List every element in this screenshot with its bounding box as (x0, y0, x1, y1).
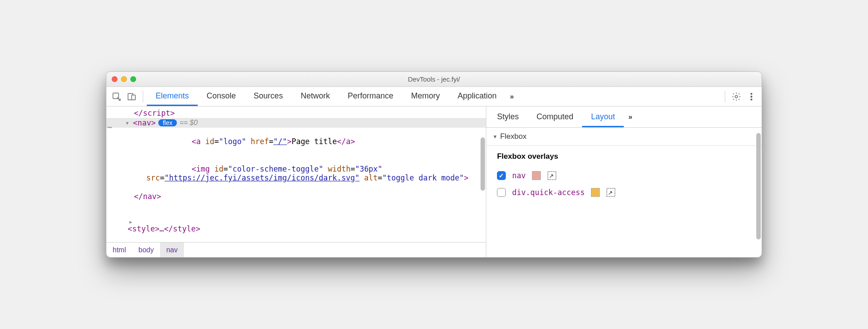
tab-network[interactable]: Network (292, 87, 339, 106)
titlebar: DevTools - jec.fyi/ (106, 72, 762, 87)
scrollbar-thumb[interactable] (481, 137, 485, 191)
tab-computed[interactable]: Computed (528, 107, 582, 127)
svg-point-5 (751, 96, 752, 97)
flexbox-section-header[interactable]: ▼ Flexbox (486, 128, 762, 146)
collapse-icon[interactable] (124, 121, 130, 125)
crumb-html[interactable]: html (106, 243, 132, 257)
sidebar-tabs: Styles Computed Layout » (486, 106, 762, 128)
inspect-icon[interactable] (109, 89, 124, 104)
tab-layout[interactable]: Layout (582, 107, 624, 127)
more-tabs-icon[interactable]: » (505, 93, 518, 101)
svg-rect-2 (132, 95, 135, 100)
dom-node-script-close[interactable]: </script> (106, 108, 486, 118)
main-toolbar: Elements Console Sources Network Perform… (106, 87, 762, 106)
flexbox-overlays: Flexbox overlays nav div.quick-access (486, 146, 762, 207)
dom-node-nav-selected[interactable]: <nav> flex == $0 (106, 118, 486, 128)
flex-badge[interactable]: flex (158, 119, 177, 126)
console-reference: == $0 (180, 119, 198, 127)
device-toggle-icon[interactable] (124, 89, 139, 104)
tab-memory[interactable]: Memory (402, 87, 449, 106)
overlay-checkbox[interactable] (497, 171, 506, 180)
tab-elements[interactable]: Elements (147, 87, 198, 106)
overlay-row-nav: nav (497, 167, 751, 184)
section-title: Flexbox (500, 132, 527, 141)
svg-point-6 (751, 98, 752, 100)
kebab-menu-icon[interactable] (744, 89, 759, 104)
overlay-row-quickaccess: div.quick-access (497, 184, 751, 201)
window-title: DevTools - jec.fyi/ (106, 75, 762, 83)
svg-point-4 (751, 93, 752, 94)
tab-sources[interactable]: Sources (245, 87, 292, 106)
dom-node-nav-close[interactable]: </nav> (106, 192, 486, 201)
dom-node-a[interactable]: <a id="logo" href="/">Page title</a> (106, 128, 486, 155)
sidebar-panel: Styles Computed Layout » ▼ Flexbox Flexb… (486, 106, 762, 257)
settings-icon[interactable] (729, 89, 744, 104)
crumb-body[interactable]: body (132, 243, 160, 257)
dom-node-img[interactable]: <img id="color-scheme-toggle" width="36p… (106, 155, 486, 192)
overlays-heading: Flexbox overlays (497, 152, 751, 161)
overlay-options-icon[interactable] (606, 188, 616, 197)
breadcrumb: html body nav (106, 242, 486, 257)
overlay-label[interactable]: div.quick-access (512, 188, 585, 197)
overlay-checkbox[interactable] (497, 188, 506, 197)
divider (725, 91, 725, 102)
tab-styles[interactable]: Styles (488, 107, 528, 127)
tab-application[interactable]: Application (449, 87, 505, 106)
more-sidebar-tabs-icon[interactable]: » (624, 113, 637, 121)
tab-console[interactable]: Console (198, 87, 245, 106)
tab-performance[interactable]: Performance (339, 87, 402, 106)
elements-panel: ⋯ </script> <nav> flex == $0 <a id="logo… (106, 106, 486, 257)
svg-point-3 (735, 95, 738, 98)
panel-tabs: Elements Console Sources Network Perform… (147, 87, 505, 106)
panel-body: ⋯ </script> <nav> flex == $0 <a id="logo… (106, 106, 762, 257)
nav-open-tag: <nav> (133, 118, 156, 127)
overlay-label[interactable]: nav (512, 171, 526, 180)
scrollbar-thumb[interactable] (756, 133, 761, 239)
crumb-nav[interactable]: nav (160, 243, 184, 257)
color-swatch[interactable] (591, 188, 600, 197)
collapse-icon: ▼ (493, 134, 497, 139)
overflow-indicator-icon[interactable]: ⋯ (107, 125, 113, 129)
divider (143, 91, 143, 102)
color-swatch[interactable] (532, 171, 541, 180)
dom-tree[interactable]: ⋯ </script> <nav> flex == $0 <a id="logo… (106, 106, 486, 242)
expand-icon[interactable] (128, 219, 134, 224)
devtools-window: DevTools - jec.fyi/ Elements Console Sou… (106, 71, 762, 258)
overlay-options-icon[interactable] (547, 171, 557, 180)
dom-node-style[interactable]: <style>…</style> (106, 201, 486, 242)
